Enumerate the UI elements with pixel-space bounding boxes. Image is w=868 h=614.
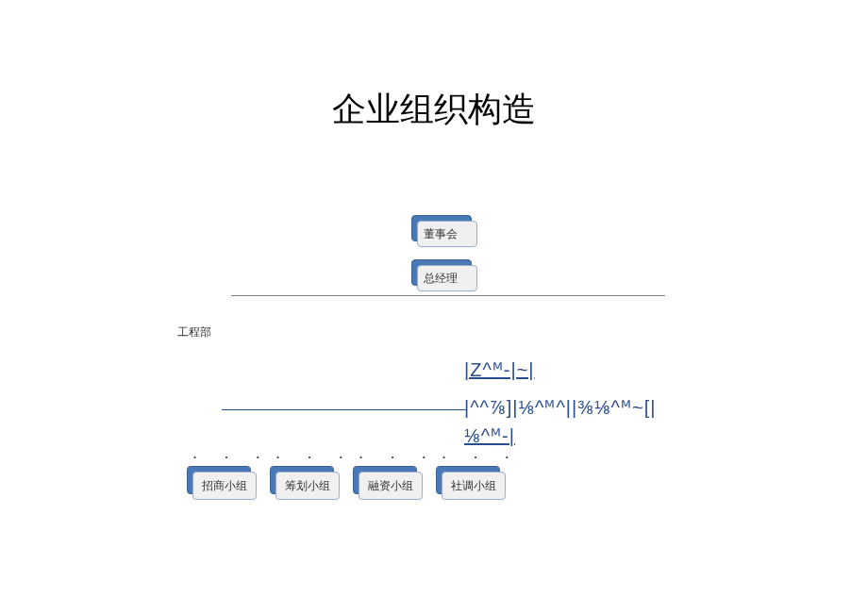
node-board: 董事会 — [411, 215, 479, 245]
node-label: 总经理 — [417, 265, 477, 291]
page-title: 企业组织构造 — [0, 87, 868, 133]
node-team-zhaoshang: 招商小组 — [187, 466, 259, 498]
node-label: 融资小组 — [359, 472, 423, 500]
dots: • • • — [193, 453, 273, 462]
node-label: 筹划小组 — [275, 472, 340, 500]
dept-label: 工程部 — [177, 324, 211, 340]
node-team-rongzi: 融资小组 — [353, 466, 425, 498]
connector-line — [231, 295, 665, 296]
connector-line-2 — [222, 409, 467, 410]
node-label: 招商小组 — [192, 472, 257, 500]
garbled-text-3: ⅛^ᴹ-| — [464, 424, 515, 447]
garbled-text-2: |^^⅞]|⅛^ᴹ^||⅜⅛^ᴹ~[| — [464, 396, 656, 419]
garbled-text-1: |Z^ᴹ-|~| — [464, 358, 535, 381]
node-general-manager: 总经理 — [411, 259, 479, 290]
node-label: 董事会 — [417, 221, 477, 247]
dots: • • • — [276, 453, 356, 462]
node-label: 社调小组 — [442, 472, 506, 500]
dots: • • • — [442, 453, 522, 462]
node-team-chouhua: 筹划小组 — [270, 466, 342, 498]
node-team-shediao: 社调小组 — [436, 466, 508, 498]
dots: • • • — [359, 453, 439, 462]
